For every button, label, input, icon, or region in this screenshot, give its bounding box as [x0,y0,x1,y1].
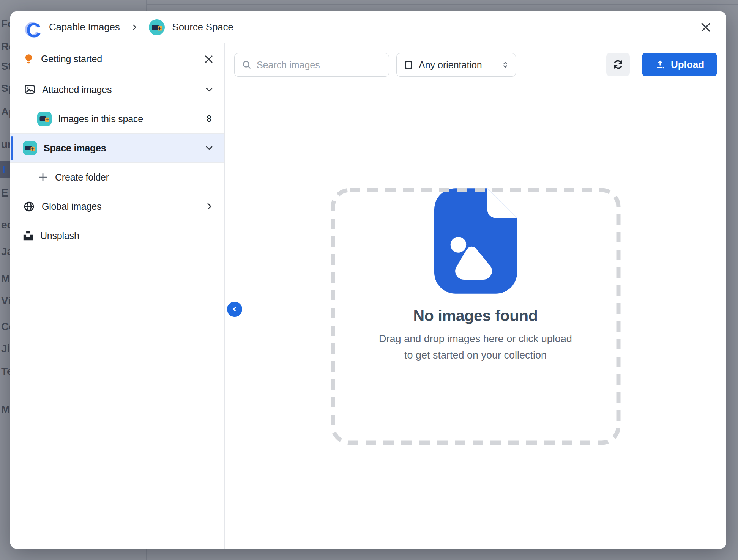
sidebar-item-label: Create folder [55,172,109,183]
sidebar-item-label: Space images [44,143,106,154]
chevron-down-icon [204,84,214,95]
background-text-fragment: ur [1,136,11,153]
main-panel: Any orientation [225,43,726,549]
screen: FoReStaSpApurIEedJaMyViCoJirTeMo C C Cap… [0,0,738,560]
upload-icon [655,59,666,70]
search-input[interactable] [257,60,382,71]
upload-label: Upload [671,59,704,71]
search-box [234,53,389,77]
app-title: Capable Images [49,21,120,33]
globe-icon [23,200,35,213]
capable-images-logo-icon: C C [25,17,44,38]
sidebar-item-label: Images in this space [58,113,143,124]
chevron-down-icon [204,143,214,153]
upload-button[interactable]: Upload [642,53,717,76]
background-text-fragment: My [1,270,11,288]
space-icon [149,19,165,35]
chevron-left-icon [230,305,239,314]
space-images-icon [23,141,37,155]
orientation-icon [403,59,414,71]
background-text-fragment: Re [1,38,11,55]
sidebar-item-images-in-this-space[interactable]: Images in this space 8 [10,104,224,134]
toolbar: Any orientation [225,43,726,86]
space-images-icon [37,112,52,126]
refresh-button[interactable] [606,53,630,76]
breadcrumb-chevron-icon [130,23,139,32]
photo-icon [23,83,36,96]
sidebar-item-global-images[interactable]: Global images [10,192,224,221]
close-icon [699,21,712,34]
sort-chevrons-icon [500,60,510,70]
background-text-fragment: Jir [1,340,11,357]
lightbulb-icon [23,53,35,65]
plus-icon [37,171,49,183]
background-text-fragment: Vi [1,292,11,310]
close-dialog-button[interactable] [698,20,713,35]
sidebar-item-label: Unsplash [40,230,79,241]
image-count-badge: 8 [207,114,214,124]
background-text-fragment: Sta [1,58,11,75]
background-text-fragment: Mo [1,401,11,418]
dashed-border [331,188,621,445]
sidebar-item-label: Getting started [41,53,102,64]
selected-accent-bar [11,136,13,160]
space-title: Source Space [172,21,233,33]
chevron-right-icon [204,201,214,212]
background-text-fragment: Sp [1,80,11,97]
sidebar-item-label: Global images [42,201,101,212]
close-icon [203,53,214,65]
sidebar-item-create-folder[interactable]: Create folder [10,163,224,192]
sidebar-item-label: Attached images [42,84,112,95]
dismiss-getting-started-button[interactable] [203,53,214,65]
background-text-fragment: Fo [1,15,11,33]
background-text-fragment: Te [1,363,11,380]
capable-images-dialog: C C Capable Images Source Space [10,11,726,549]
background-text-fragment: ed [1,216,11,234]
orientation-label: Any orientation [419,60,482,71]
dialog-header: C C Capable Images Source Space [10,11,726,43]
sidebar: Getting started Attached images [10,43,224,549]
image-dropzone[interactable]: No images found Drag and drop images her… [331,188,621,445]
sidebar-item-unsplash[interactable]: Unsplash [10,221,224,250]
background-text-fragment: Co [1,318,11,335]
refresh-icon [612,58,624,71]
sidebar-item-attached-images[interactable]: Attached images [10,75,224,104]
sidebar-item-space-images[interactable]: Space images [10,134,224,163]
collapse-sidebar-button[interactable] [227,302,242,317]
background-text-fragment: Ap [1,103,11,121]
unsplash-icon [23,230,34,241]
background-text-fragment: E [1,184,11,202]
background-text-fragment: I [0,161,10,178]
background-text-fragment: Ja [1,243,11,260]
search-icon [241,60,252,70]
background-topbar-edge [146,4,738,5]
orientation-select[interactable]: Any orientation [396,53,516,77]
sidebar-item-getting-started[interactable]: Getting started [10,43,224,75]
